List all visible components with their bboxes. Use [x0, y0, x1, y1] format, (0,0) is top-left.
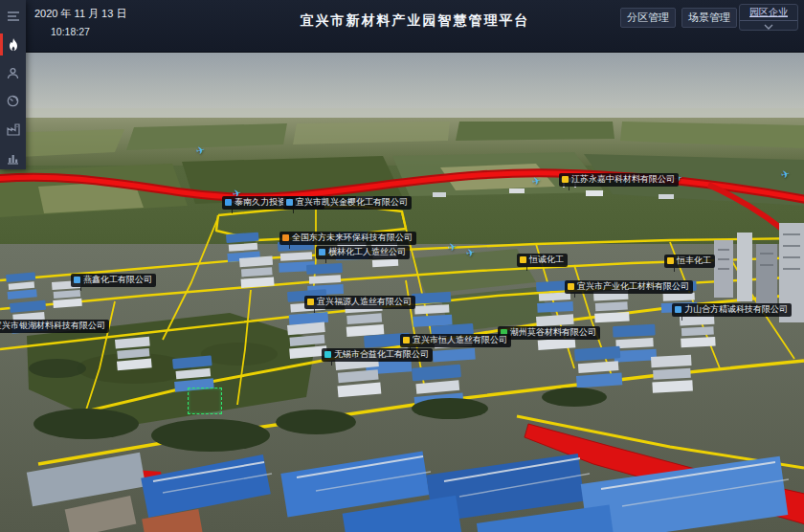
dropdown-label: 园区企业 [740, 5, 797, 21]
map-company-label[interactable]: 江苏永嘉中科材料有限公司 [559, 173, 679, 187]
map-company-label[interactable]: 恒诚化工 [517, 254, 568, 267]
chevron-down-icon [740, 21, 797, 31]
company-marker-icon [282, 234, 289, 241]
company-label-text: 江苏永嘉中科材料有限公司 [571, 174, 675, 185]
company-marker-icon [225, 199, 232, 206]
company-label-text: 全国东方未来环保科技有限公司 [292, 233, 413, 243]
map-company-label[interactable]: 横林化工人造丝公司 [316, 246, 410, 259]
sidebar-item-gauge[interactable] [0, 90, 26, 113]
sidebar-item-stats[interactable] [0, 146, 26, 169]
scene-management-button[interactable]: 场景管理 [681, 8, 737, 28]
map-company-label[interactable]: 宜兴福源人造丝有限公司 [304, 296, 415, 309]
map-company-label[interactable]: 宜兴市银湖材料科技有限公司 [0, 320, 109, 333]
map-company-label[interactable]: 宜兴市凯兴金樱化工有限公司 [283, 196, 412, 210]
park-enterprise-dropdown[interactable]: 园区企业 [739, 4, 798, 31]
map-company-label[interactable]: 燕鑫化工有限公司 [71, 274, 156, 287]
bar-chart-icon [7, 152, 19, 165]
map-company-label[interactable]: 全国东方未来环保科技有限公司 [279, 232, 416, 245]
menu-icon [7, 11, 20, 22]
sidebar-item-fire[interactable] [0, 33, 26, 56]
sidebar-item-user[interactable] [0, 61, 26, 84]
company-marker-icon [568, 283, 574, 290]
company-marker-icon [307, 299, 314, 305]
company-label-text: 宜兴市恒人造丝有限公司 [413, 335, 507, 345]
company-label-text: 横林化工人造丝公司 [328, 247, 406, 257]
company-marker-icon [520, 256, 526, 263]
map-3d-viewport[interactable]: 泰南久力投资有限公司宜兴市凯兴金樱化工有限公司江苏永嘉中科材料有限公司全国东方未… [0, 53, 804, 532]
company-label-text: 潮州莫谷材料有限公司 [510, 327, 596, 338]
company-marker-icon [319, 249, 325, 255]
company-marker-icon [324, 351, 331, 358]
company-marker-icon [675, 306, 681, 313]
top-header-bar: 2020 年 11 月 13 日 10:18:27 宜兴市新材料产业园智慧管理平… [0, 0, 804, 53]
company-label-text: 宜兴市银湖材料科技有限公司 [0, 321, 105, 331]
company-label-text: 宜兴福源人造丝有限公司 [317, 297, 412, 307]
sidebar-item-factory[interactable] [0, 119, 26, 142]
map-company-label[interactable]: 恒丰化工 [664, 255, 715, 268]
company-marker-icon [286, 199, 293, 206]
company-marker-icon [403, 337, 410, 344]
factory-icon [7, 123, 20, 136]
map-company-label[interactable]: 无锡市合益化工有限公司 [322, 348, 433, 362]
map-company-label[interactable]: 力山合方精诚科技有限公司 [672, 303, 792, 317]
company-label-text: 恒丰化工 [677, 255, 711, 266]
zone-management-button[interactable]: 分区管理 [620, 8, 676, 28]
map-company-label[interactable]: 宜兴市产业化工材料有限公司 [565, 280, 693, 294]
selection-box [188, 388, 222, 414]
company-label-text: 力山合方精诚科技有限公司 [684, 304, 788, 315]
company-marker-icon [667, 257, 674, 264]
sidebar-item-menu[interactable] [0, 5, 26, 28]
company-label-text: 宜兴市凯兴金樱化工有限公司 [296, 197, 408, 208]
company-label-text: 燕鑫化工有限公司 [83, 275, 152, 285]
user-icon [7, 67, 19, 79]
company-label-text: 宜兴市产业化工材料有限公司 [577, 281, 689, 292]
map-company-label[interactable]: 潮州莫谷材料有限公司 [498, 326, 600, 340]
map-company-label[interactable]: 宜兴市恒人造丝有限公司 [400, 334, 511, 347]
left-tool-rail [0, 0, 26, 169]
flame-icon [8, 38, 19, 52]
company-label-text: 恒诚化工 [529, 255, 564, 265]
company-label-text: 无锡市合益化工有限公司 [334, 349, 429, 360]
company-marker-icon [562, 176, 569, 183]
gauge-icon [7, 95, 19, 107]
company-marker-icon [74, 277, 80, 283]
